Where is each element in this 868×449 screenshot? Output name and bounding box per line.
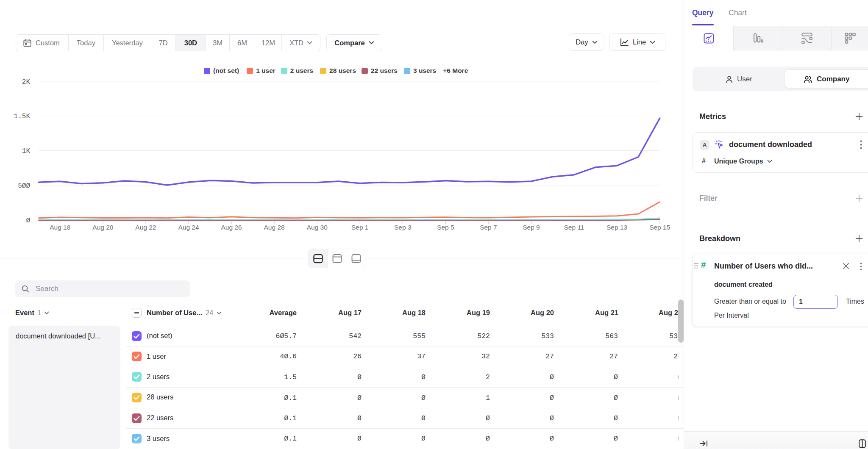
svg-text:Aug 18: Aug 18	[50, 224, 70, 231]
svg-text:Aug 20: Aug 20	[92, 224, 114, 231]
svg-text:Sep 13: Sep 13	[606, 224, 627, 231]
svg-text:2K: 2K	[22, 78, 31, 86]
svg-text:1K: 1K	[22, 147, 31, 155]
svg-text:5ØØ: 5ØØ	[18, 182, 30, 190]
svg-text:Sep 5: Sep 5	[437, 224, 454, 231]
svg-text:Aug 24: Aug 24	[178, 224, 199, 231]
svg-text:Aug 30: Aug 30	[307, 224, 328, 231]
svg-text:Sep 15: Sep 15	[649, 224, 670, 231]
svg-text:Aug 26: Aug 26	[221, 224, 242, 231]
svg-text:Ø: Ø	[26, 217, 30, 224]
svg-text:Sep 9: Sep 9	[523, 224, 540, 231]
svg-text:Aug 28: Aug 28	[264, 224, 285, 231]
svg-text:Sep 3: Sep 3	[394, 224, 412, 231]
svg-text:Sep 11: Sep 11	[564, 224, 584, 231]
svg-text:1.5K: 1.5K	[14, 113, 31, 120]
svg-text:Sep 1: Sep 1	[351, 224, 369, 231]
svg-text:Sep 7: Sep 7	[480, 224, 497, 231]
svg-text:Aug 22: Aug 22	[135, 224, 156, 231]
